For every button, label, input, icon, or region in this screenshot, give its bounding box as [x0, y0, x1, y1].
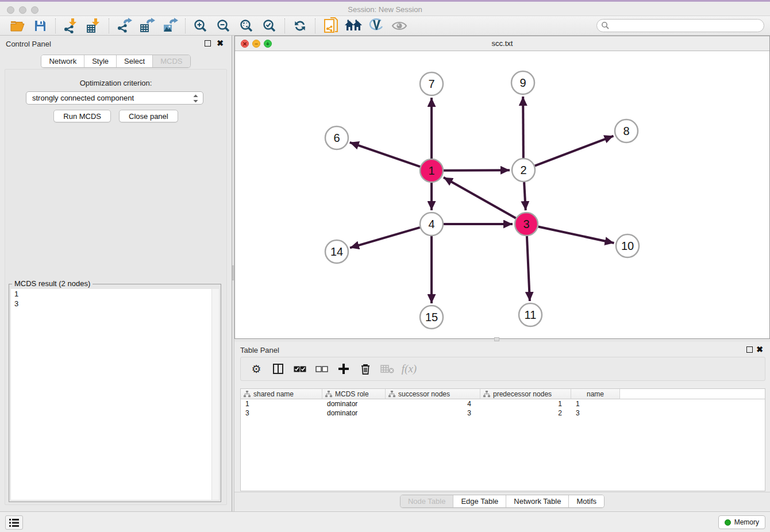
- select-all-columns-icon[interactable]: [290, 359, 310, 379]
- zoom-out-icon[interactable]: [212, 17, 235, 35]
- node-table: shared name MCDS role successor nodes pr…: [240, 388, 765, 491]
- column-type-icon: [244, 391, 251, 398]
- run-mcds-button[interactable]: Run MCDS: [53, 110, 111, 122]
- home-networks-icon[interactable]: [342, 17, 365, 35]
- optimization-criterion-select[interactable]: strongly connected component: [26, 91, 203, 105]
- main-toolbar: [0, 16, 770, 36]
- add-column-icon[interactable]: [334, 359, 353, 379]
- column-header-name[interactable]: name: [571, 388, 620, 399]
- column-header-successor-nodes[interactable]: successor nodes: [386, 388, 480, 399]
- export-image-icon[interactable]: [159, 17, 182, 35]
- zoom-selected-icon[interactable]: [258, 17, 281, 35]
- status-bar: Memory: [0, 511, 770, 532]
- control-panel-float-icon[interactable]: [205, 40, 211, 47]
- splitter-handle[interactable]: [232, 265, 234, 280]
- mcds-result-group: MCDS result (2 nodes) 1 3: [9, 284, 221, 502]
- table-settings-icon[interactable]: ⚙: [247, 359, 266, 379]
- control-panel-close-icon[interactable]: ✖: [217, 38, 224, 48]
- cell-predecessor-nodes[interactable]: 1: [480, 399, 571, 408]
- search-input[interactable]: [596, 19, 764, 32]
- result-scrollbar[interactable]: [211, 289, 219, 500]
- tab-style[interactable]: Style: [84, 55, 117, 67]
- zoom-fit-icon[interactable]: [235, 17, 258, 35]
- column-header-predecessor-nodes[interactable]: predecessor nodes: [480, 388, 571, 399]
- mcds-result-textarea[interactable]: 1 3: [11, 289, 219, 500]
- zoom-in-icon[interactable]: [189, 17, 212, 35]
- import-table-icon[interactable]: [82, 17, 105, 35]
- graph-node-label: 9: [519, 76, 526, 89]
- table-tabs: Node Table Edge Table Network Table Moti…: [400, 495, 605, 508]
- graph-node-label: 1: [428, 164, 434, 177]
- cell-shared-name[interactable]: 1: [241, 399, 322, 408]
- graph-node-label: 15: [425, 311, 438, 323]
- cell-successor-nodes[interactable]: 4: [386, 399, 480, 408]
- graph-edge-1-6[interactable]: [350, 142, 420, 167]
- graph-node-label: 14: [330, 245, 343, 258]
- vizmapper-icon[interactable]: [365, 17, 388, 35]
- toolbar-separator: [185, 18, 186, 33]
- graph-edge-2-9[interactable]: [523, 97, 523, 158]
- table-panel-float-icon[interactable]: [746, 346, 753, 353]
- graph-edge-3-11[interactable]: [527, 236, 530, 301]
- graph-edge-1-2[interactable]: [444, 170, 510, 171]
- preview-eye-icon: [388, 17, 411, 35]
- cell-shared-name[interactable]: 3: [241, 408, 322, 418]
- optimization-criterion-label: Optimization criterion:: [5, 79, 226, 87]
- tab-edge-table[interactable]: Edge Table: [453, 495, 506, 507]
- delete-columns-icon[interactable]: [356, 359, 375, 379]
- apply-function-icon: f(x): [399, 359, 419, 379]
- control-panel-title: Control Panel: [6, 40, 51, 48]
- search-field: [596, 19, 764, 32]
- graph-edge-2-3[interactable]: [524, 182, 526, 210]
- save-session-icon[interactable]: [29, 17, 52, 35]
- graph-node-label: 2: [520, 164, 526, 176]
- refresh-view-icon[interactable]: [288, 17, 311, 35]
- table-panel-close-icon[interactable]: ✖: [756, 345, 763, 354]
- cell-successor-nodes[interactable]: 3: [386, 408, 480, 418]
- window-titlebar: Session: New Session: [0, 0, 770, 16]
- column-header-shared-name[interactable]: shared name: [241, 388, 322, 399]
- task-history-button[interactable]: [5, 515, 23, 530]
- graph-node-label: 10: [621, 240, 634, 252]
- tab-select[interactable]: Select: [117, 55, 153, 67]
- network-frame-title: scc.txt: [235, 39, 769, 48]
- graph-edge-2-8[interactable]: [535, 136, 614, 166]
- graph-edge-4-14[interactable]: [350, 228, 420, 248]
- cell-mcds-role[interactable]: dominator: [322, 399, 386, 408]
- cell-predecessor-nodes[interactable]: 2: [480, 408, 571, 418]
- table-row[interactable]: 3 dominator 3 2 3: [241, 408, 765, 418]
- tab-node-table[interactable]: Node Table: [401, 495, 454, 507]
- create-network-from-file-icon[interactable]: [319, 17, 342, 35]
- tab-network[interactable]: Network: [41, 55, 84, 67]
- column-header-mcds-role[interactable]: MCDS role: [322, 388, 386, 399]
- export-table-icon[interactable]: [136, 17, 159, 35]
- header-filler: [620, 388, 765, 399]
- divider-handle[interactable]: [494, 337, 499, 341]
- cell-name[interactable]: 3: [571, 408, 620, 418]
- open-session-icon[interactable]: [6, 17, 29, 35]
- graph-edge-3-1[interactable]: [444, 178, 516, 218]
- deselect-all-columns-icon[interactable]: [312, 359, 332, 379]
- table-row[interactable]: 1 dominator 4 1 1: [241, 399, 765, 408]
- export-network-icon[interactable]: [113, 17, 136, 35]
- network-canvas[interactable]: 7968124314101511: [235, 51, 769, 338]
- cell-mcds-role[interactable]: dominator: [322, 408, 386, 418]
- mcds-result-title: MCDS result (2 nodes): [12, 279, 93, 288]
- close-panel-button[interactable]: Close panel: [119, 110, 178, 122]
- cell-name[interactable]: 1: [571, 399, 620, 408]
- column-type-icon: [483, 391, 490, 398]
- toolbar-separator: [109, 18, 109, 33]
- import-network-icon[interactable]: [59, 17, 82, 35]
- tab-mcds[interactable]: MCDS: [153, 55, 190, 67]
- column-type-icon: [325, 391, 332, 398]
- graph-node-label: 6: [333, 132, 340, 144]
- control-panel-tabs: Network Style Select MCDS: [41, 55, 190, 68]
- toggle-panes-icon[interactable]: [268, 359, 288, 379]
- chevron-up-down-icon: [192, 94, 199, 103]
- tab-network-table[interactable]: Network Table: [506, 495, 569, 507]
- graph-edge-3-10[interactable]: [538, 226, 614, 243]
- table-panel-title: Table Panel: [240, 346, 279, 354]
- optimization-criterion-value: strongly connected component: [32, 94, 134, 102]
- memory-button[interactable]: Memory: [718, 515, 765, 529]
- tab-motifs[interactable]: Motifs: [569, 495, 604, 507]
